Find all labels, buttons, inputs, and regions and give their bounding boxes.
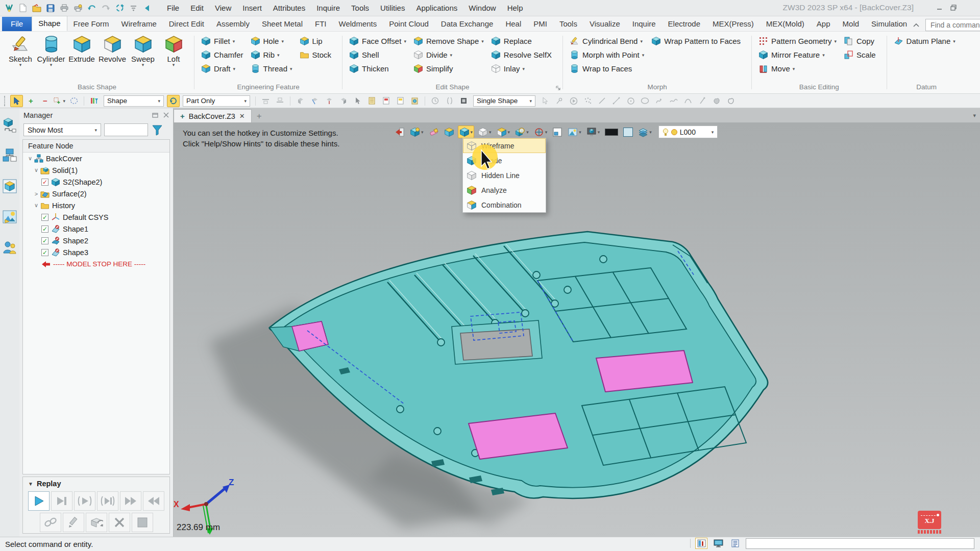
tab-mex-mold[interactable]: MEX(Mold): [760, 17, 811, 31]
menu-item-combination[interactable]: Combination: [463, 197, 546, 212]
checkbox-checked[interactable]: ✓: [41, 214, 48, 221]
menu-attributes[interactable]: Attributes: [267, 2, 311, 14]
manager-close-icon[interactable]: [163, 112, 169, 118]
tab-free-form[interactable]: Free Form: [67, 17, 115, 31]
menu-item-hidden-line[interactable]: Hidden Line: [463, 168, 546, 183]
simplify-button[interactable]: Simplify: [412, 62, 485, 76]
wrap-pattern-to-faces-button[interactable]: Wrap Pattern to Faces: [650, 34, 742, 48]
assembly-manager-icon[interactable]: [2, 148, 17, 163]
display-mode-button[interactable]: ▾: [458, 126, 475, 138]
thread-button[interactable]: Thread▾: [249, 62, 294, 76]
shade-all-button[interactable]: [443, 126, 456, 138]
expander-icon[interactable]: >: [32, 191, 40, 197]
tab-file[interactable]: File: [2, 17, 32, 31]
replay-rewind-button[interactable]: [143, 491, 164, 511]
replay-edit-button[interactable]: [63, 513, 84, 532]
pick-arrow-icon[interactable]: [351, 95, 364, 107]
edit-shape-dialog-launcher[interactable]: [556, 86, 560, 90]
orient-view-button[interactable]: ▾: [408, 126, 425, 138]
command-search-input[interactable]: [929, 20, 980, 30]
replay-step-forward-button[interactable]: [74, 491, 95, 511]
document-notes-icon[interactable]: [729, 538, 741, 549]
replay-regen-button[interactable]: [86, 513, 107, 532]
lip-button[interactable]: Lip: [298, 34, 333, 48]
monitor-icon[interactable]: [712, 538, 724, 549]
tab-close-icon[interactable]: ✕: [239, 112, 245, 120]
filter-small-icon[interactable]: [128, 3, 138, 13]
divide-button[interactable]: Divide▾: [412, 48, 485, 62]
tab-sheet-metal[interactable]: Sheet Metal: [256, 17, 309, 31]
filter-list-button[interactable]: [88, 95, 101, 107]
tab-direct-edit[interactable]: Direct Edit: [163, 17, 210, 31]
tree-row-shape3[interactable]: ✓ Shape3: [23, 246, 169, 258]
screen-display-button[interactable]: ▾: [585, 126, 602, 138]
print-button[interactable]: [59, 3, 69, 13]
timer-icon[interactable]: [429, 95, 442, 107]
replay-collapse-icon[interactable]: ▼: [28, 481, 33, 487]
tree-row-shape2[interactable]: ✓ Shape2: [23, 235, 169, 246]
checkbox-checked[interactable]: ✓: [41, 249, 48, 256]
fillet-button[interactable]: Fillet▾: [200, 34, 245, 48]
yellowlist-button[interactable]: [394, 95, 407, 107]
align-vertical-icon[interactable]: [274, 95, 286, 107]
hidden-display-button[interactable]: ▾: [476, 126, 493, 138]
add-pick-button[interactable]: +: [24, 95, 37, 107]
filter-shape-icon[interactable]: [337, 95, 350, 107]
layer-stack-button[interactable]: ▾: [636, 126, 653, 138]
menu-item-shade[interactable]: Shade: [463, 153, 546, 168]
manager-minimize-icon[interactable]: [152, 112, 158, 118]
multi-pick-button[interactable]: ▾: [53, 95, 66, 107]
replay-play-to-end-button[interactable]: [51, 491, 72, 511]
replay-cancel-button[interactable]: [109, 513, 130, 532]
pick-last-button[interactable]: [167, 95, 180, 107]
tree-row-default-csys[interactable]: ✓ Default CSYS: [23, 211, 169, 223]
command-search[interactable]: [925, 19, 980, 31]
expander-icon[interactable]: ∨: [32, 167, 40, 173]
undo-button[interactable]: [87, 3, 97, 13]
visualize-manager-icon[interactable]: [2, 209, 17, 224]
tab-tools[interactable]: Tools: [553, 17, 583, 31]
replay-play-button[interactable]: [28, 491, 50, 511]
morph-with-point-button[interactable]: Morph with Point▾: [568, 48, 646, 62]
tab-point-cloud[interactable]: Point Cloud: [383, 17, 435, 31]
face-offset-button[interactable]: Face Offset▾: [348, 34, 408, 48]
open-file-button[interactable]: [32, 3, 42, 13]
pick-mode-combo[interactable]: Single Shape▾: [473, 95, 535, 107]
revolve-button[interactable]: Revolve: [97, 34, 128, 63]
tab-mold[interactable]: Mold: [837, 17, 866, 31]
lasso-pick-button[interactable]: [67, 95, 80, 107]
section-view-button[interactable]: ▾: [495, 126, 512, 138]
tab-pmi[interactable]: PMI: [527, 17, 553, 31]
clipboard-button[interactable]: [408, 95, 421, 107]
tree-row-history[interactable]: ∨ History: [23, 199, 169, 211]
filter-loop-icon[interactable]: [323, 95, 335, 107]
tab-overflow-chevron-icon[interactable]: ▾: [973, 112, 976, 119]
menu-applications[interactable]: Applications: [410, 2, 463, 14]
mirror-feature-button[interactable]: Mirror Feature▾: [757, 48, 838, 62]
cylinder-button[interactable]: Cylinder▾: [36, 34, 66, 67]
exit-button[interactable]: [393, 126, 406, 138]
remove-shape-button[interactable]: Remove Shape▾: [412, 34, 485, 48]
scale-button[interactable]: Scale: [842, 48, 877, 62]
document-tab-backcover[interactable]: + BackCover.Z3 ✕: [174, 109, 252, 122]
level-filter-combo[interactable]: Part Only▾: [183, 95, 250, 107]
erase-button[interactable]: [427, 126, 440, 138]
tree-row-shape1[interactable]: ✓ Shape1: [23, 223, 169, 235]
menu-window[interactable]: Window: [463, 2, 501, 14]
shell-button[interactable]: Shell: [348, 48, 408, 62]
replay-fast-forward-button[interactable]: [120, 491, 141, 511]
inlay-button[interactable]: Inlay▾: [489, 62, 553, 76]
replay-stop-button[interactable]: [132, 513, 153, 532]
menu-item-analyze[interactable]: Analyze: [463, 183, 546, 197]
checkbox-checked[interactable]: ✓: [41, 237, 48, 244]
zoom-cube-button[interactable]: ▾: [513, 126, 530, 138]
menu-item-wireframe[interactable]: Wireframe: [463, 138, 546, 153]
user-role-icon[interactable]: [2, 240, 17, 255]
replay-step-to-button[interactable]: [97, 491, 118, 511]
tab-assembly[interactable]: Assembly: [210, 17, 256, 31]
tab-inquire[interactable]: Inquire: [626, 17, 662, 31]
menu-edit[interactable]: Edit: [185, 2, 209, 14]
selection-list-button[interactable]: [365, 95, 378, 107]
resolve-selfx-button[interactable]: Resolve SelfX: [489, 48, 553, 62]
tab-mex-press[interactable]: MEX(Press): [706, 17, 760, 31]
